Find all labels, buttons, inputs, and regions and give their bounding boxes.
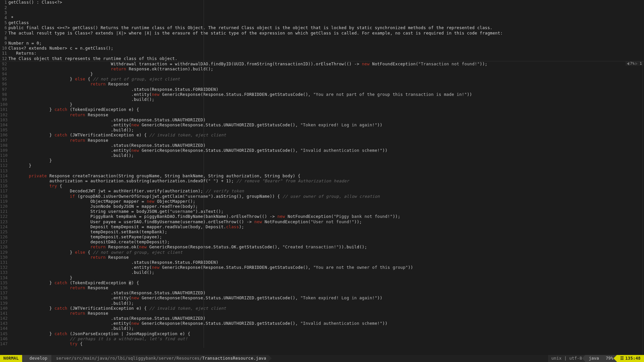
code-content[interactable]: } bbox=[8, 276, 644, 280]
code-line[interactable]: 116 try { bbox=[0, 184, 644, 189]
code-content[interactable]: return Response.ok(new GenericResponse(R… bbox=[8, 245, 644, 249]
code-content[interactable]: PiggyBank tempBank = piggyBankDAO.findBy… bbox=[8, 215, 644, 219]
code-line[interactable]: 119 ObjectMapper mapper = new ObjectMapp… bbox=[0, 199, 644, 204]
code-content[interactable]: .entity(new GenericResponse(Response.Sta… bbox=[8, 265, 644, 269]
code-editor-pane[interactable]: 7% 1 92 Withdrawal transaction = withdra… bbox=[0, 61, 644, 355]
code-content[interactable]: return Response bbox=[8, 82, 644, 86]
code-line[interactable]: 122 PiggyBank tempBank = piggyBankDAO.fi… bbox=[0, 214, 644, 219]
code-line[interactable]: 101 } catch (TokenExpiredException e) { bbox=[0, 107, 644, 112]
code-line[interactable]: 108 .status(Response.Status.UNAUTHORIZED… bbox=[0, 143, 644, 148]
code-line[interactable]: 7The actual result type is Class<? exten… bbox=[0, 31, 644, 36]
code-content[interactable]: } else { // not part of group, eject cli… bbox=[8, 77, 644, 81]
code-content[interactable]: return Response bbox=[8, 311, 644, 315]
code-line[interactable]: 97 .status(Response.Status.FORBIDDEN) bbox=[0, 87, 644, 92]
code-line[interactable]: 139 .build(); bbox=[0, 301, 644, 306]
code-line[interactable]: 110 .build(); bbox=[0, 153, 644, 158]
code-line[interactable]: 127 depositDAO.create(tempDeposit); bbox=[0, 240, 644, 245]
code-line[interactable]: 104 .entity(new GenericResponse(Response… bbox=[0, 123, 644, 128]
code-content[interactable]: .build(); bbox=[8, 326, 644, 330]
code-content[interactable]: .build(); bbox=[8, 154, 644, 158]
code-content[interactable]: tempDeposit.setPayee(payee); bbox=[8, 235, 644, 239]
code-content[interactable]: DecodedJWT jwt = authVerifier.verify(aut… bbox=[8, 189, 644, 193]
code-content[interactable]: } bbox=[8, 164, 644, 168]
code-line[interactable]: 94 } bbox=[0, 72, 644, 77]
code-line[interactable]: 133 .build(); bbox=[0, 270, 644, 275]
code-content[interactable]: .build(); bbox=[8, 301, 644, 305]
code-line[interactable]: 128 return Response.ok(new GenericRespon… bbox=[0, 245, 644, 250]
code-content[interactable]: } bbox=[8, 103, 644, 107]
code-line[interactable]: 135 } catch (TokenExpiredException e) { bbox=[0, 280, 644, 285]
code-line[interactable]: 98 .entity(new GenericResponse(Response.… bbox=[0, 92, 644, 97]
code-line[interactable]: 131 .status(Response.Status.FORBIDDEN) bbox=[0, 260, 644, 265]
code-content[interactable]: .entity(new GenericResponse(Response.Sta… bbox=[8, 123, 644, 127]
code-content[interactable]: Returns: bbox=[8, 51, 644, 55]
code-line[interactable]: 120 JsonNode bodyJSON = mapper.readTree(… bbox=[0, 204, 644, 209]
code-content[interactable]: * bbox=[8, 16, 644, 20]
code-line[interactable]: 117 DecodedJWT jwt = authVerifier.verify… bbox=[0, 189, 644, 194]
code-content[interactable]: getClass() : Class<?> bbox=[8, 0, 644, 4]
code-content[interactable]: .entity(new GenericResponse(Response.Sta… bbox=[8, 296, 644, 300]
code-line[interactable]: 121 String username = bodyJSON.get("user… bbox=[0, 209, 644, 214]
code-content[interactable]: return Response bbox=[8, 113, 644, 117]
code-line[interactable]: 105 .build(); bbox=[0, 128, 644, 133]
code-content[interactable]: .status(Response.Status.UNAUTHORIZED) bbox=[8, 291, 644, 295]
code-content[interactable]: } catch (TokenExpiredException e) { bbox=[8, 281, 644, 285]
code-line[interactable]: 123 User payee = userDAO.findByUsername(… bbox=[0, 219, 644, 224]
code-line[interactable]: 3 bbox=[0, 10, 644, 15]
code-content[interactable]: return Response bbox=[8, 286, 644, 290]
code-content[interactable]: depositDAO.create(tempDeposit); bbox=[8, 240, 644, 244]
code-line[interactable]: 96 return Response bbox=[0, 82, 644, 87]
code-line[interactable]: 99 .build(); bbox=[0, 97, 644, 102]
code-content[interactable]: .build(); bbox=[8, 270, 644, 275]
code-content[interactable]: return Response bbox=[8, 138, 644, 142]
code-content[interactable]: .entity(new GenericResponse(Response.Sta… bbox=[8, 321, 644, 325]
code-line[interactable]: 142 .status(Response.Status.UNAUTHORIZED… bbox=[0, 316, 644, 321]
code-line[interactable]: 93 return Response.ok(transaction).build… bbox=[0, 66, 644, 71]
code-content[interactable]: } catch (JWTVerificationException e) { /… bbox=[8, 306, 644, 310]
code-content[interactable]: // perhaps it is a withdrawal, let's fin… bbox=[8, 337, 644, 341]
code-content[interactable]: } catch (JsonParseException | JsonMappin… bbox=[8, 332, 644, 336]
code-content[interactable]: The actual result type is Class<? extend… bbox=[8, 31, 644, 35]
code-content[interactable]: authorization = authorization.substring(… bbox=[8, 179, 644, 183]
code-line[interactable]: 143 .entity(new GenericResponse(Response… bbox=[0, 321, 644, 326]
code-content[interactable]: User payee = userDAO.findByUsername(user… bbox=[8, 220, 644, 224]
code-content[interactable]: .entity(new GenericResponse(Response.Sta… bbox=[8, 148, 644, 153]
code-content[interactable]: .build(); bbox=[8, 128, 644, 132]
code-line[interactable]: 109 .entity(new GenericResponse(Response… bbox=[0, 148, 644, 153]
code-line[interactable]: 132 .entity(new GenericResponse(Response… bbox=[0, 265, 644, 270]
code-line[interactable]: 12The Class object that represents the r… bbox=[0, 56, 644, 61]
code-line[interactable]: 136 return Response bbox=[0, 286, 644, 291]
code-line[interactable]: 92 Withdrawal transaction = withdrawalDA… bbox=[0, 61, 644, 66]
code-line[interactable]: 2 bbox=[0, 5, 644, 10]
code-line[interactable]: 11 Returns: bbox=[0, 51, 644, 56]
code-line[interactable]: 1getClass() : Class<?> bbox=[0, 0, 644, 5]
code-line[interactable]: 106 } catch (JWTVerificationException e)… bbox=[0, 133, 644, 138]
code-content[interactable]: } bbox=[8, 159, 644, 163]
code-content[interactable]: .status(Response.Status.UNAUTHORIZED) bbox=[8, 118, 644, 122]
code-line[interactable]: 141 return Response bbox=[0, 311, 644, 316]
code-content[interactable]: Deposit tempDeposit = mapper.readValue(b… bbox=[8, 225, 644, 229]
code-content[interactable]: .entity(new GenericResponse(Response.Sta… bbox=[8, 93, 644, 97]
code-content[interactable]: Number n = 0; bbox=[8, 41, 644, 45]
code-line[interactable]: 95 } else { // not part of group, eject … bbox=[0, 77, 644, 82]
code-line[interactable]: 112 } bbox=[0, 163, 644, 168]
code-content[interactable]: if (groupDAO.isUserOwnerOfGroup(jwt.getC… bbox=[8, 194, 644, 198]
code-content[interactable]: try { bbox=[8, 184, 644, 188]
code-content[interactable]: .status(Response.Status.UNAUTHORIZED) bbox=[8, 143, 644, 147]
code-line[interactable]: 129 } else { // not owner of group, ejec… bbox=[0, 250, 644, 255]
code-content[interactable]: String username = bodyJSON.get("username… bbox=[8, 209, 644, 214]
scrollbar[interactable] bbox=[642, 61, 644, 355]
code-content[interactable]: tempDeposit.setBank(tempBank); bbox=[8, 230, 644, 234]
code-line[interactable]: 8 bbox=[0, 36, 644, 41]
code-content[interactable]: public final Class <><?> getClass() Retu… bbox=[8, 26, 644, 30]
code-line[interactable]: 144 .build(); bbox=[0, 326, 644, 331]
code-content[interactable]: .status(Response.Status.FORBIDDEN) bbox=[8, 260, 644, 264]
code-line[interactable]: 103 .status(Response.Status.UNAUTHORIZED… bbox=[0, 117, 644, 122]
code-content[interactable]: Withdrawal transaction = withdrawalDAO.f… bbox=[8, 62, 644, 66]
code-content[interactable]: return Response bbox=[8, 255, 644, 259]
code-content[interactable]: return Response.ok(transaction).build(); bbox=[8, 67, 644, 71]
code-line[interactable]: 114 private Response createTransaction(S… bbox=[0, 173, 644, 178]
code-line[interactable]: 111 } bbox=[0, 158, 644, 163]
code-line[interactable]: 113 bbox=[0, 168, 644, 173]
code-line[interactable]: 145 } catch (JsonParseException | JsonMa… bbox=[0, 331, 644, 336]
